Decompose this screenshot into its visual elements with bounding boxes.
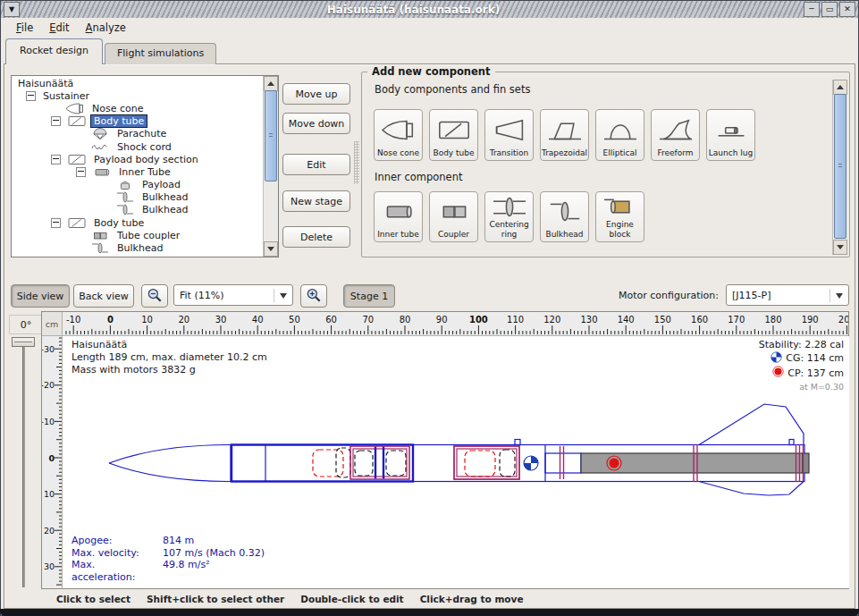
component-button-label: Launch lug (709, 148, 753, 157)
rotation-angle-display: 0° (9, 315, 43, 334)
inner-tube-icon (90, 165, 114, 179)
scroll-up-icon[interactable] (833, 80, 847, 95)
motor-configuration-label: Motor configuration: (619, 290, 719, 301)
tree-item-tube-coupler[interactable]: Tube coupler (13, 229, 263, 241)
tree-item-bulkhead[interactable]: Bulkhead (13, 204, 263, 216)
add-nose-cone-button[interactable]: Nose cone (374, 109, 423, 161)
back-view-button[interactable]: Back view (73, 284, 134, 308)
tab-rocket-design[interactable]: Rocket design (5, 38, 103, 64)
add-engine-block-button[interactable]: Engine block (595, 191, 644, 242)
svg-text:170: 170 (728, 315, 745, 325)
svg-text:90: 90 (436, 315, 448, 325)
rocket-canvas[interactable]: HaisunäätäLength 189 cm, max. diameter 1… (63, 336, 849, 588)
tree-item-label: Bulkhead (114, 242, 165, 254)
panel-splitter-grip[interactable] (354, 141, 359, 184)
close-button[interactable]: ✕ (839, 2, 855, 17)
add-body-tube-button[interactable]: Body tube (429, 109, 478, 161)
tree-item-bulkhead[interactable]: Bulkhead (13, 241, 263, 254)
menu-bar: FileEditAnalyze (1, 18, 858, 38)
svg-text:30: 30 (215, 315, 227, 325)
magnifier-minus-icon (146, 287, 164, 305)
zoom-level-select[interactable]: Fit (11%) (173, 284, 293, 306)
component-button-label: Transition (490, 148, 529, 157)
component-scrollbar[interactable] (832, 80, 847, 255)
svg-text:190: 190 (802, 315, 819, 325)
tree-item-parachute[interactable]: Parachute (13, 128, 263, 140)
tree-item-body-tube[interactable]: Body tube (13, 216, 263, 229)
new-stage-button[interactable]: New stage (282, 190, 350, 212)
svg-text:-10: -10 (42, 417, 55, 426)
add-bulkhead-button[interactable]: Bulkhead (540, 191, 589, 242)
svg-text:-30: -30 (42, 344, 55, 354)
expander-icon[interactable] (51, 155, 61, 165)
motor-configuration-select[interactable]: [J115-P] (726, 284, 849, 306)
component-button-label: Bulkhead (545, 230, 583, 239)
tree-item-body-tube[interactable]: Body tube (13, 115, 263, 128)
body-tube-icon (65, 114, 88, 128)
chevron-down-icon (274, 289, 287, 302)
launch-lug-icon (712, 118, 750, 142)
scroll-down-icon[interactable] (264, 241, 278, 257)
menu-edit[interactable]: Edit (41, 19, 77, 37)
side-view-button[interactable]: Side view (11, 284, 70, 308)
add-elliptical-button[interactable]: Elliptical (595, 109, 644, 161)
maximize-button[interactable]: ▭ (821, 2, 838, 17)
window-menu-icon[interactable]: ▼ (4, 2, 20, 17)
tree-item-payload-body-section[interactable]: Payload body section (13, 153, 263, 165)
tree-item-shock-cord[interactable]: Shock cord (13, 140, 263, 153)
add-coupler-button[interactable]: Coupler (429, 191, 478, 242)
menu-file[interactable]: File (8, 19, 41, 37)
rocket-summary-text: HaisunäätäLength 189 cm, max. diameter 1… (72, 339, 267, 376)
tree-scrollbar-thumb[interactable] (265, 90, 277, 181)
rocket-summary-line: Mass with motors 3832 g (72, 364, 267, 376)
fin-upper-outline (699, 404, 804, 445)
move-up-button[interactable]: Move up (282, 83, 350, 105)
zoom-in-button[interactable] (300, 284, 327, 308)
add-inner-tube-button[interactable]: Inner tube (374, 191, 423, 242)
expander-icon[interactable] (51, 218, 61, 228)
tree-item-payload[interactable]: Payload (13, 179, 263, 191)
add-centering-ring-button[interactable]: Centering ring (484, 191, 534, 242)
svg-text:80: 80 (400, 315, 411, 325)
status-hint: Shift+click to select other (147, 594, 284, 604)
add-freeform-button[interactable]: Freeform (651, 109, 700, 161)
tab-flight-simulations[interactable]: Flight simulations (105, 43, 216, 64)
svg-text:10: 10 (141, 315, 153, 325)
tree-item-nose-cone[interactable]: Nose cone (13, 102, 263, 114)
rotation-slider-track[interactable] (22, 337, 25, 587)
component-button-label: Engine block (597, 220, 643, 239)
expander-icon[interactable] (76, 167, 86, 177)
scroll-up-icon[interactable] (264, 76, 278, 91)
tree-scrollbar[interactable] (263, 76, 278, 257)
chevron-down-icon (830, 289, 843, 302)
tree-item-bulkhead[interactable]: Bulkhead (13, 191, 263, 204)
tree-item-sustainer[interactable]: Sustainer (13, 89, 263, 102)
window-title: Haisunäätä (haisunaata.ork) (23, 4, 804, 16)
move-down-button[interactable]: Move down (282, 113, 350, 134)
component-scrollbar-thumb[interactable] (834, 94, 846, 239)
add-launch-lug-button[interactable]: Launch lug (706, 109, 755, 161)
component-tree[interactable]: HaisunäätäSustainerNose coneBody tubePar… (13, 77, 263, 256)
rotation-slider-thumb[interactable] (12, 337, 35, 347)
stage-1-toggle[interactable]: Stage 1 (343, 284, 395, 308)
add-transition-button[interactable]: Transition (484, 109, 534, 161)
tree-item-haisun-t-[interactable]: Haisunäätä (13, 77, 263, 89)
edit-button[interactable]: Edit (282, 154, 350, 175)
menu-analyze[interactable]: Analyze (78, 19, 134, 37)
section-label-body-components-and-fin-sets: Body components and fin sets (375, 83, 530, 96)
title-bar[interactable]: ▼ Haisunäätä (haisunaata.ork) ─ ▭ ✕ (1, 1, 858, 18)
svg-text:0: 0 (48, 453, 55, 463)
delete-button[interactable]: Delete (282, 226, 350, 248)
tab-bar: Rocket designFlight simulations (5, 38, 216, 64)
tree-item-inner-tube[interactable]: Inner Tube (13, 165, 263, 178)
scroll-down-icon[interactable] (833, 240, 847, 255)
tree-item-label: Nose cone (89, 103, 146, 114)
minimize-button[interactable]: ─ (804, 2, 820, 17)
tree-item-label: Payload (139, 179, 183, 190)
expander-icon[interactable] (26, 91, 36, 101)
add-trapezoidal-button[interactable]: Trapezoidal (540, 109, 589, 161)
expander-icon[interactable] (51, 116, 61, 126)
selected-body-tube-outline (232, 445, 413, 482)
svg-text:200: 200 (838, 315, 848, 325)
zoom-out-button[interactable] (141, 284, 168, 308)
